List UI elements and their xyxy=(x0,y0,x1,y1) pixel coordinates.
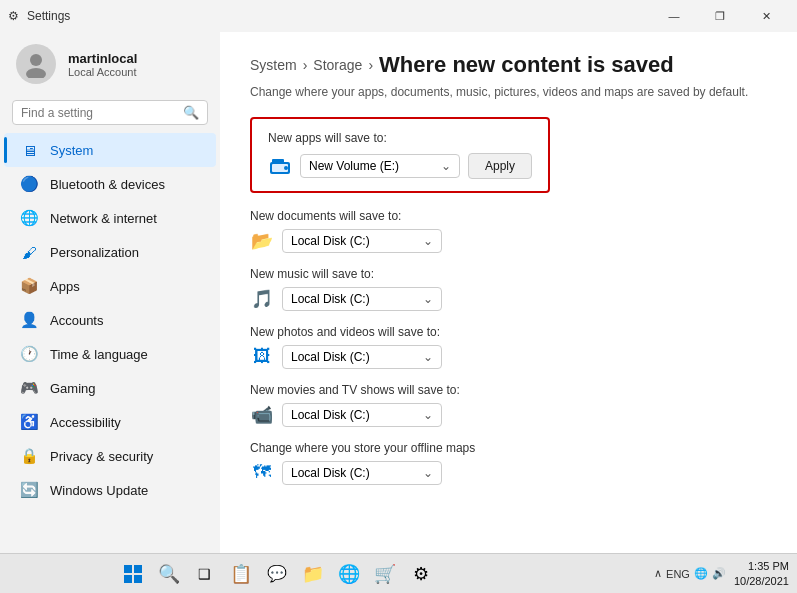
network-icon: 🌐 xyxy=(20,209,38,227)
title-bar-left: ⚙ Settings xyxy=(8,9,70,23)
svg-point-5 xyxy=(284,166,288,170)
save-row-documents: 📂Local Disk (C:)⌄ xyxy=(250,229,767,253)
section-apps: New apps will save to: New Volume (E:)⌄A… xyxy=(250,117,550,193)
sidebar-label-time: Time & language xyxy=(50,347,148,362)
dropdown-row-apps: New Volume (E:)⌄Apply xyxy=(268,153,532,179)
minimize-button[interactable]: — xyxy=(651,0,697,32)
dropdown-photos[interactable]: Local Disk (C:)⌄ xyxy=(282,345,442,369)
section-maps: Change where you store your offline maps… xyxy=(250,441,767,485)
sidebar-item-gaming[interactable]: 🎮Gaming xyxy=(4,371,216,405)
chevron-icon: ⌄ xyxy=(423,234,433,248)
save-row-photos: 🖼Local Disk (C:)⌄ xyxy=(250,345,767,369)
account-type: Local Account xyxy=(68,66,137,78)
system-icon: 🖥 xyxy=(20,141,38,159)
window-controls: — ❐ ✕ xyxy=(651,0,789,32)
nav-list: 🖥System🔵Bluetooth & devices🌐Network & in… xyxy=(0,133,220,507)
svg-point-1 xyxy=(26,68,46,78)
taskbar-app-clipboard[interactable]: 📋 xyxy=(225,558,257,590)
maximize-button[interactable]: ❐ xyxy=(697,0,743,32)
time-icon: 🕐 xyxy=(20,345,38,363)
section-music: New music will save to:🎵Local Disk (C:)⌄ xyxy=(250,267,767,311)
dropdown-maps[interactable]: Local Disk (C:)⌄ xyxy=(282,461,442,485)
svg-rect-4 xyxy=(272,159,284,163)
svg-point-0 xyxy=(30,54,42,66)
search-input[interactable] xyxy=(21,106,177,120)
sidebar-label-update: Windows Update xyxy=(50,483,148,498)
drive-icon-documents: 📂 xyxy=(250,229,274,253)
sidebar: martinlocal Local Account 🔍 🖥System🔵Blue… xyxy=(0,32,220,553)
dropdown-movies[interactable]: Local Disk (C:)⌄ xyxy=(282,403,442,427)
section-label-maps: Change where you store your offline maps xyxy=(250,441,767,455)
taskbar-app-store[interactable]: 🛒 xyxy=(369,558,401,590)
taskbar-right: ∧ ENG 🌐 🔊 1:35 PM 10/28/2021 xyxy=(654,559,789,588)
sidebar-label-gaming: Gaming xyxy=(50,381,96,396)
dropdown-value-photos: Local Disk (C:) xyxy=(291,350,370,364)
app-container: martinlocal Local Account 🔍 🖥System🔵Blue… xyxy=(0,32,797,553)
sidebar-label-network: Network & internet xyxy=(50,211,157,226)
time-display: 1:35 PM xyxy=(734,559,789,573)
privacy-icon: 🔒 xyxy=(20,447,38,465)
taskbar-app-settings[interactable]: ⚙ xyxy=(405,558,437,590)
sidebar-item-personalization[interactable]: 🖌Personalization xyxy=(4,235,216,269)
system-tray: ∧ ENG 🌐 🔊 xyxy=(654,567,726,580)
avatar xyxy=(16,44,56,84)
sidebar-item-update[interactable]: 🔄Windows Update xyxy=(4,473,216,507)
chevron-icon: ⌄ xyxy=(441,159,451,173)
breadcrumb: System › Storage › Where new content is … xyxy=(250,52,767,78)
apps-icon: 📦 xyxy=(20,277,38,295)
tray-lang: ENG xyxy=(666,568,690,580)
chevron-icon: ⌄ xyxy=(423,350,433,364)
breadcrumb-sep-1: › xyxy=(303,57,308,73)
apply-button[interactable]: Apply xyxy=(468,153,532,179)
sidebar-item-system[interactable]: 🖥System xyxy=(4,133,216,167)
section-label-music: New music will save to: xyxy=(250,267,767,281)
chevron-icon: ⌄ xyxy=(423,466,433,480)
accessibility-icon: ♿ xyxy=(20,413,38,431)
tray-chevron[interactable]: ∧ xyxy=(654,567,662,580)
sidebar-label-accessibility: Accessibility xyxy=(50,415,121,430)
page-title: Where new content is saved xyxy=(379,52,674,78)
section-movies: New movies and TV shows will save to:📹Lo… xyxy=(250,383,767,427)
svg-rect-8 xyxy=(124,575,132,583)
sidebar-item-bluetooth[interactable]: 🔵Bluetooth & devices xyxy=(4,167,216,201)
clock: 1:35 PM 10/28/2021 xyxy=(734,559,789,588)
breadcrumb-sep-2: › xyxy=(368,57,373,73)
sidebar-label-privacy: Privacy & security xyxy=(50,449,153,464)
search-icon: 🔍 xyxy=(183,105,199,120)
section-photos: New photos and videos will save to:🖼Loca… xyxy=(250,325,767,369)
sidebar-item-network[interactable]: 🌐Network & internet xyxy=(4,201,216,235)
search-taskbar[interactable]: 🔍 xyxy=(153,558,185,590)
dropdown-apps[interactable]: New Volume (E:)⌄ xyxy=(300,154,460,178)
sidebar-item-time[interactable]: 🕐Time & language xyxy=(4,337,216,371)
user-profile[interactable]: martinlocal Local Account xyxy=(0,32,220,96)
gaming-icon: 🎮 xyxy=(20,379,38,397)
dropdown-documents[interactable]: Local Disk (C:)⌄ xyxy=(282,229,442,253)
start-button[interactable] xyxy=(117,558,149,590)
sidebar-item-accessibility[interactable]: ♿Accessibility xyxy=(4,405,216,439)
tray-network-icon: 🌐 xyxy=(694,567,708,580)
search-box[interactable]: 🔍 xyxy=(12,100,208,125)
save-row-maps: 🗺Local Disk (C:)⌄ xyxy=(250,461,767,485)
drive-icon-music: 🎵 xyxy=(250,287,274,311)
accounts-icon: 👤 xyxy=(20,311,38,329)
tray-speaker-icon: 🔊 xyxy=(712,567,726,580)
sidebar-item-apps[interactable]: 📦Apps xyxy=(4,269,216,303)
taskbar-app-files[interactable]: 📁 xyxy=(297,558,329,590)
dropdown-music[interactable]: Local Disk (C:)⌄ xyxy=(282,287,442,311)
taskbar-app-chat[interactable]: 💬 xyxy=(261,558,293,590)
sidebar-item-accounts[interactable]: 👤Accounts xyxy=(4,303,216,337)
date-display: 10/28/2021 xyxy=(734,574,789,588)
dropdown-value-apps: New Volume (E:) xyxy=(309,159,399,173)
breadcrumb-system[interactable]: System xyxy=(250,57,297,73)
taskbar-app-edge[interactable]: 🌐 xyxy=(333,558,365,590)
main-content: System › Storage › Where new content is … xyxy=(220,32,797,553)
svg-rect-7 xyxy=(134,565,142,573)
breadcrumb-storage[interactable]: Storage xyxy=(313,57,362,73)
page-subtitle: Change where your apps, documents, music… xyxy=(250,84,767,101)
close-button[interactable]: ✕ xyxy=(743,0,789,32)
taskview-button[interactable]: ❑ xyxy=(189,558,221,590)
save-row-movies: 📹Local Disk (C:)⌄ xyxy=(250,403,767,427)
drive-icon-photos: 🖼 xyxy=(250,345,274,369)
dropdown-value-movies: Local Disk (C:) xyxy=(291,408,370,422)
sidebar-item-privacy[interactable]: 🔒Privacy & security xyxy=(4,439,216,473)
